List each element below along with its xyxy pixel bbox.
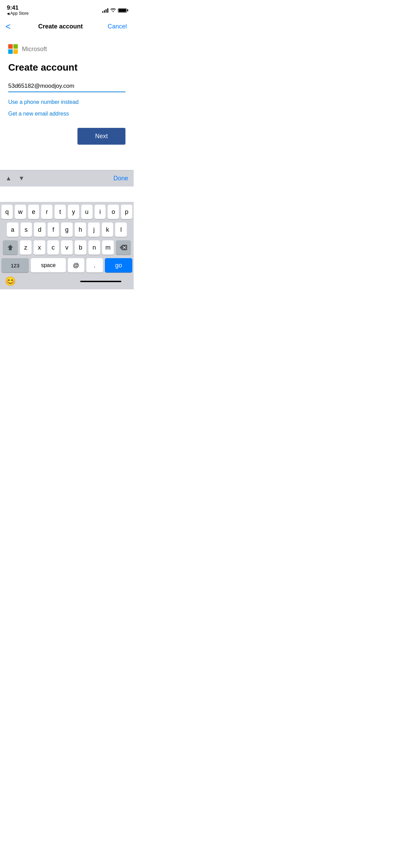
- microsoft-logo: Microsoft: [8, 44, 125, 54]
- cancel-button[interactable]: Cancel: [108, 23, 127, 30]
- shift-key[interactable]: [3, 240, 18, 255]
- delete-key[interactable]: [116, 240, 131, 255]
- keyboard-nav-buttons: ▲ ▼: [5, 175, 25, 182]
- key-e[interactable]: e: [28, 205, 39, 219]
- emoji-row: 😊: [1, 275, 132, 288]
- home-indicator: [72, 279, 129, 284]
- key-s[interactable]: s: [21, 222, 32, 237]
- ms-logo-red: [8, 44, 13, 49]
- key-q[interactable]: q: [1, 205, 13, 219]
- key-n[interactable]: n: [88, 240, 100, 255]
- status-left: 9:41 ◀ App Store: [7, 5, 28, 16]
- nav-title: Create account: [38, 23, 83, 30]
- key-c[interactable]: c: [47, 240, 59, 255]
- ms-logo-green: [13, 44, 18, 49]
- key-t[interactable]: t: [54, 205, 66, 219]
- key-l[interactable]: l: [115, 222, 127, 237]
- next-button[interactable]: Next: [77, 128, 125, 145]
- phone-number-link[interactable]: Use a phone number instead: [8, 99, 125, 105]
- key-z[interactable]: z: [20, 240, 32, 255]
- status-time: 9:41: [7, 5, 28, 11]
- next-button-container: Next: [8, 128, 125, 145]
- key-h[interactable]: h: [75, 222, 86, 237]
- back-indicator: ◀: [7, 12, 10, 15]
- home-bar: [80, 281, 121, 282]
- signal-bars: [102, 8, 108, 13]
- key-d[interactable]: d: [34, 222, 46, 237]
- key-y[interactable]: y: [68, 205, 79, 219]
- main-content: Microsoft Create account Use a phone num…: [0, 37, 134, 152]
- key-u[interactable]: u: [81, 205, 93, 219]
- key-v[interactable]: v: [61, 240, 73, 255]
- go-key[interactable]: go: [105, 258, 132, 273]
- key-o[interactable]: o: [108, 205, 119, 219]
- keyboard-prev-button[interactable]: ▲: [5, 175, 12, 182]
- key-x[interactable]: x: [34, 240, 45, 255]
- battery-fill: [119, 9, 126, 12]
- status-bar: 9:41 ◀ App Store: [0, 0, 134, 17]
- key-r[interactable]: r: [41, 205, 52, 219]
- nav-bar: < Create account Cancel: [0, 17, 134, 37]
- keyboard-done-button[interactable]: Done: [113, 175, 128, 182]
- signal-bar-2: [104, 10, 105, 13]
- status-appstore: ◀ App Store: [7, 11, 28, 16]
- key-b[interactable]: b: [75, 240, 86, 255]
- email-input-container: [8, 83, 125, 92]
- key-j[interactable]: j: [88, 222, 100, 237]
- ms-logo-blue: [8, 49, 13, 54]
- space-key[interactable]: space: [31, 258, 66, 273]
- keyboard-row-1: q w e r t y u i o p: [1, 205, 132, 219]
- key-p[interactable]: p: [121, 205, 132, 219]
- key-w[interactable]: w: [15, 205, 26, 219]
- key-i[interactable]: i: [95, 205, 106, 219]
- email-input[interactable]: [8, 83, 125, 89]
- battery-icon: [118, 8, 127, 13]
- period-key[interactable]: .: [86, 258, 103, 273]
- status-right: [102, 8, 127, 13]
- keyboard-row-3: z x c v b n m: [1, 240, 132, 255]
- keyboard-row-4: 123 space @ . go: [1, 258, 132, 273]
- back-button[interactable]: <: [5, 20, 13, 33]
- signal-bar-3: [106, 9, 107, 13]
- emoji-button[interactable]: 😊: [5, 276, 16, 287]
- key-m[interactable]: m: [102, 240, 114, 255]
- keyboard: q w e r t y u i o p a s d f g h j k l z …: [0, 202, 134, 289]
- key-f[interactable]: f: [48, 222, 59, 237]
- key-a[interactable]: a: [7, 222, 19, 237]
- microsoft-text: Microsoft: [22, 46, 47, 53]
- keyboard-toolbar: ▲ ▼ Done: [0, 170, 134, 186]
- key-k[interactable]: k: [102, 222, 113, 237]
- appstore-label: App Store: [10, 11, 28, 16]
- keyboard-next-button[interactable]: ▼: [19, 175, 25, 182]
- at-key[interactable]: @: [68, 258, 84, 273]
- signal-bar-1: [102, 11, 103, 13]
- page-title: Create account: [8, 62, 125, 73]
- signal-bar-4: [107, 8, 108, 13]
- key-g[interactable]: g: [61, 222, 73, 237]
- ms-logo-yellow: [13, 49, 18, 54]
- wifi-icon: [110, 8, 116, 13]
- new-email-link[interactable]: Get a new email address: [8, 111, 125, 117]
- ms-logo-grid: [8, 44, 18, 54]
- keyboard-row-2: a s d f g h j k l: [1, 222, 132, 237]
- number-key[interactable]: 123: [1, 258, 29, 273]
